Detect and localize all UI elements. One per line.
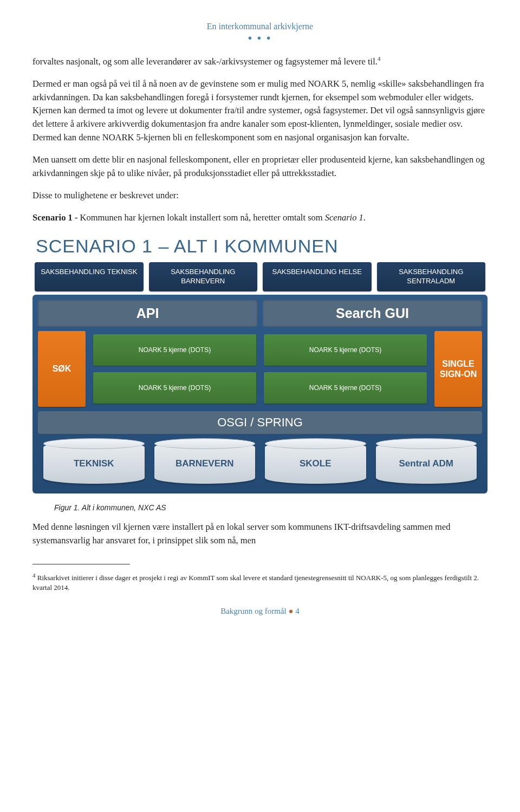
sok-box: SØK (38, 331, 86, 407)
db-row: TEKNISK BARNEVERN SKOLE Sentral ADM (38, 438, 482, 486)
db-label-barnevern: BARNEVERN (154, 441, 256, 484)
kernel-3: NOARK 5 kjerne (DOTS) (93, 372, 256, 404)
db-barnevern: BARNEVERN (154, 441, 256, 484)
scenario-1-rest: Kommunen har kjernen lokalt installert s… (80, 212, 325, 223)
db-label-teknisk: TEKNISK (43, 441, 145, 484)
footer-page-number: 4 (295, 607, 300, 615)
paragraph-4: Disse to mulighetene er beskrevet under: (32, 189, 487, 203)
figure-title: SCENARIO 1 – ALT I KOMMUNEN (32, 232, 487, 262)
p1-text: forvaltes nasjonalt, og som alle leveran… (32, 56, 378, 67)
paragraph-1: forvaltes nasjonalt, og som alle leveran… (32, 54, 487, 68)
footnote-text: Riksarkivet initierer i disse dager et p… (32, 574, 479, 592)
figure-top-panels: SAKSBEHANDLING TEKNISK SAKSBEHANDLING BA… (32, 262, 487, 295)
osgi-bar: OSGI / SPRING (38, 411, 482, 434)
running-header: En interkommunal arkivkjerne (32, 22, 487, 31)
scenario-1-italic: Scenario 1 (325, 212, 363, 223)
kernel-grid: NOARK 5 kjerne (DOTS) NOARK 5 kjerne (DO… (91, 331, 429, 407)
db-label-sentraladm: Sentral ADM (376, 441, 477, 484)
panel-teknisk: SAKSBEHANDLING TEKNISK (35, 262, 144, 291)
figure-mid-row: SØK NOARK 5 kjerne (DOTS) NOARK 5 kjerne… (38, 331, 482, 407)
figure-caption: Figur 1. Alt i kommunen, NXC AS (54, 503, 487, 512)
db-sentraladm: Sentral ADM (376, 441, 477, 484)
panel-barnevern: SAKSBEHANDLING BARNEVERN (149, 262, 258, 291)
db-teknisk: TEKNISK (43, 441, 145, 484)
footnote-ref-4: 4 (378, 55, 381, 62)
header-dots: ● ● ● (32, 34, 487, 42)
sso-box: SINGLE SIGN-ON (434, 331, 482, 407)
search-gui-box: Search GUI (263, 300, 482, 327)
panel-helse: SAKSBEHANDLING HELSE (263, 262, 372, 291)
db-label-skole: SKOLE (265, 441, 366, 484)
footnote-4: 4 Riksarkivet initierer i disse dager et… (32, 571, 487, 593)
scenario-1-line: Scenario 1 - Kommunen har kjernen lokalt… (32, 211, 487, 225)
kernel-2: NOARK 5 kjerne (DOTS) (264, 334, 427, 366)
figure-1: SCENARIO 1 – ALT I KOMMUNEN SAKSBEHANDLI… (32, 232, 487, 493)
kernel-1: NOARK 5 kjerne (DOTS) (93, 334, 256, 366)
paragraph-3: Men uansett om dette blir en nasjonal fe… (32, 153, 487, 180)
page-footer: Bakgrunn og formål ● 4 (32, 607, 487, 616)
paragraph-6: Med denne løsningen vil kjernen være ins… (32, 521, 487, 548)
footer-bullet-icon: ● (289, 607, 294, 615)
panel-sentraladm: SAKSBEHANDLING SENTRALADM (377, 262, 486, 291)
scenario-1-end: . (363, 212, 366, 223)
figure-api-row: API Search GUI (38, 300, 482, 327)
footer-section: Bakgrunn og formål (220, 607, 287, 615)
db-skole: SKOLE (265, 441, 366, 484)
kernel-4: NOARK 5 kjerne (DOTS) (264, 372, 427, 404)
figure-main-block: API Search GUI SØK NOARK 5 kjerne (DOTS)… (32, 295, 487, 493)
paragraph-2: Dermed er man også på vei til å nå noen … (32, 77, 487, 145)
scenario-1-bold: Scenario 1 - (32, 212, 80, 223)
footnote-separator (32, 564, 130, 564)
api-box: API (38, 300, 257, 327)
